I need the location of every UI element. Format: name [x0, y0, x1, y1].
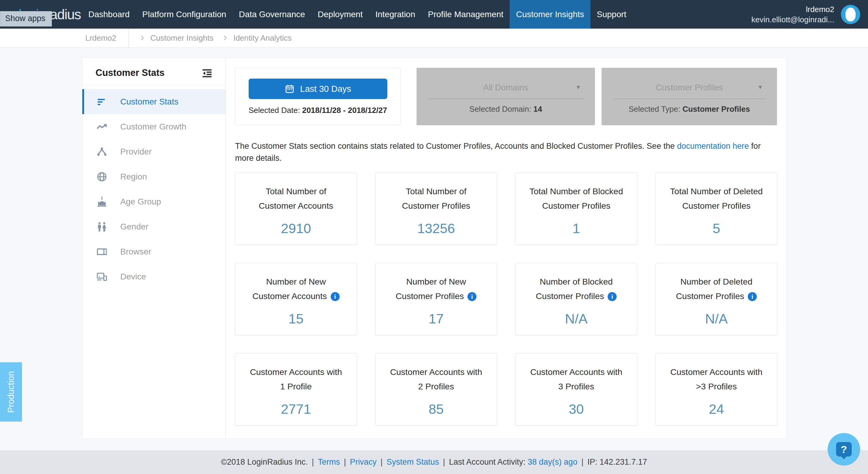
stat-card-title: Number of BlockedCustomer Profilesi: [516, 274, 637, 303]
selected-type: Selected Type: Customer Profiles: [601, 104, 777, 114]
sidebar-item-label: Browser: [120, 247, 151, 257]
show-apps-tooltip: Show apps: [0, 11, 52, 27]
stat-card-title: Total Number ofCustomer Accounts: [236, 184, 356, 213]
provider-icon: [96, 146, 108, 158]
info-icon[interactable]: i: [331, 292, 340, 301]
sidebar-item-gender[interactable]: Gender: [82, 214, 225, 239]
stat-card-customer-accounts-with-2-profiles: Customer Accounts with2 Profiles 85: [375, 353, 497, 426]
footer-link-terms[interactable]: Terms: [318, 458, 340, 467]
account-text: lrdemo2 kevin.elliott@loginradi...: [751, 4, 834, 25]
sidebar-item-label: Region: [120, 172, 147, 181]
sidebar-item-age-group[interactable]: Age Group: [82, 189, 225, 214]
stat-card-number-of-new-customer-profiles: Number of NewCustomer Profilesi 17: [375, 263, 497, 335]
sidebar-item-browser[interactable]: Browser: [82, 239, 225, 264]
sidebar: Customer Stats Customer Stats Customer G…: [82, 58, 226, 438]
breadcrumb-divider: [128, 29, 129, 47]
chevron-right-icon: [222, 35, 228, 41]
stat-card-value: 24: [656, 401, 777, 417]
content-area: Last 30 Days Selected Date: 2018/11/28 -…: [226, 58, 786, 438]
nav-item-dashboard[interactable]: Dashboard: [82, 0, 136, 29]
stat-card-value: 2910: [236, 221, 356, 236]
stat-card-value: 17: [375, 311, 497, 327]
breadcrumb-section[interactable]: Customer Insights: [150, 33, 214, 43]
nav-item-support[interactable]: Support: [590, 0, 632, 29]
footer-text: Last Account Activity:: [449, 458, 528, 467]
nav-item-deployment[interactable]: Deployment: [311, 0, 369, 29]
stat-card-value: 5: [656, 221, 777, 236]
selected-domain: Selected Domain: 14: [416, 104, 595, 114]
stat-card-customer-accounts-with-3-profiles: Customer Accounts with>3 Profiles 24: [655, 353, 777, 426]
main-nav: DashboardPlatform ConfigurationData Gove…: [82, 0, 632, 29]
sidebar-item-provider[interactable]: Provider: [82, 139, 225, 164]
stat-card-title: Number of NewCustomer Profilesi: [375, 274, 497, 303]
footer-link-system-status[interactable]: System Status: [387, 458, 439, 467]
stat-card-title: Customer Accounts with>3 Profiles: [656, 365, 777, 394]
selected-type-value: Customer Profiles: [682, 104, 750, 113]
breadcrumb-app[interactable]: Lrdemo2: [85, 33, 116, 43]
nav-item-customer-insights[interactable]: Customer Insights: [510, 0, 590, 29]
footer: ©2018 LoginRadius Inc.|Terms|Privacy|Sys…: [0, 450, 868, 474]
sidebar-item-label: Provider: [120, 147, 152, 157]
footer-separator: |: [443, 458, 445, 467]
info-icon[interactable]: i: [608, 292, 617, 301]
footer-separator: |: [381, 458, 383, 467]
stats-grid: Total Number ofCustomer Accounts 2910 To…: [235, 173, 777, 426]
stat-card-total-number-of-blocked-customer-profiles: Total Number of BlockedCustomer Profiles…: [516, 173, 637, 245]
sidebar-item-customer-stats[interactable]: Customer Stats: [82, 89, 225, 114]
type-dropdown-label: Customer Profiles: [656, 83, 723, 92]
sidebar-item-label: Customer Growth: [120, 122, 186, 132]
stat-card-title: Customer Accounts with2 Profiles: [375, 365, 497, 394]
stat-card-customer-accounts-with-3-profiles: Customer Accounts with3 Profiles 30: [516, 353, 637, 426]
account-info[interactable]: lrdemo2 kevin.elliott@loginradi...: [751, 0, 868, 29]
stat-card-title: Number of NewCustomer Accountsi: [236, 274, 356, 303]
stat-card-title: Customer Accounts with3 Profiles: [516, 365, 637, 394]
info-icon[interactable]: i: [748, 292, 757, 301]
nav-item-platform-configuration[interactable]: Platform Configuration: [136, 0, 233, 29]
sidebar-title: Customer Stats: [96, 67, 164, 78]
stat-card-value: 2771: [236, 401, 356, 417]
nav-item-profile-management[interactable]: Profile Management: [422, 0, 510, 29]
environment-tab-production[interactable]: Production: [0, 362, 22, 421]
collapse-sidebar-icon[interactable]: [201, 67, 213, 78]
calendar-icon: [284, 84, 295, 94]
device-icon: [96, 271, 108, 282]
selected-date-value: 2018/11/28 - 2018/12/27: [302, 106, 387, 115]
sidebar-item-region[interactable]: Region: [82, 164, 225, 189]
help-button[interactable]: ?: [828, 433, 860, 466]
documentation-link[interactable]: documentation here: [677, 141, 749, 150]
stat-card-value: 85: [375, 401, 497, 417]
sidebar-item-customer-growth[interactable]: Customer Growth: [82, 114, 225, 139]
stat-card-value: 30: [516, 401, 637, 417]
stat-card-title: Total Number of BlockedCustomer Profiles: [516, 184, 637, 213]
sidebar-item-label: Customer Stats: [120, 97, 179, 107]
sidebar-item-device[interactable]: Device: [82, 264, 225, 289]
main-panel: Customer Stats Customer Stats Customer G…: [82, 58, 786, 439]
type-dropdown[interactable]: Customer Profiles ▼: [614, 83, 765, 99]
nav-item-integration[interactable]: Integration: [369, 0, 421, 29]
stat-card-value: N/A: [516, 311, 637, 327]
stat-card-number-of-deleted-customer-profiles: Number of DeletedCustomer Profilesi N/A: [655, 263, 777, 335]
footer-text: IP: 142.231.7.17: [587, 458, 647, 467]
stat-card-total-number-of-customer-accounts: Total Number ofCustomer Accounts 2910: [235, 173, 357, 245]
sidebar-item-label: Device: [120, 272, 146, 281]
date-range-button[interactable]: Last 30 Days: [249, 78, 387, 99]
globe-icon: [96, 171, 108, 182]
footer-link-38-day-s-ago[interactable]: 38 day(s) ago: [528, 458, 578, 467]
help-bubble-icon: ?: [836, 442, 852, 456]
avatar[interactable]: [841, 5, 860, 24]
stat-card-value: N/A: [656, 311, 777, 327]
nav-item-data-governance[interactable]: Data Governance: [233, 0, 311, 29]
domain-dropdown[interactable]: All Domains ▼: [429, 83, 583, 99]
stats-icon: [96, 96, 108, 107]
footer-link-privacy[interactable]: Privacy: [350, 458, 377, 467]
filter-row: Last 30 Days Selected Date: 2018/11/28 -…: [235, 68, 777, 125]
type-filter-card: Customer Profiles ▼ Selected Type: Custo…: [601, 68, 777, 125]
stat-card-title: Number of DeletedCustomer Profilesi: [656, 274, 777, 303]
stat-card-value: 1: [516, 221, 637, 236]
domain-filter-card: All Domains ▼ Selected Domain: 14: [416, 68, 595, 125]
stat-card-number-of-new-customer-accounts: Number of NewCustomer Accountsi 15: [235, 263, 357, 335]
help-question-mark: ?: [841, 444, 847, 455]
footer-separator: |: [581, 458, 584, 467]
info-icon[interactable]: i: [467, 292, 476, 301]
footer-separator: |: [312, 458, 314, 467]
